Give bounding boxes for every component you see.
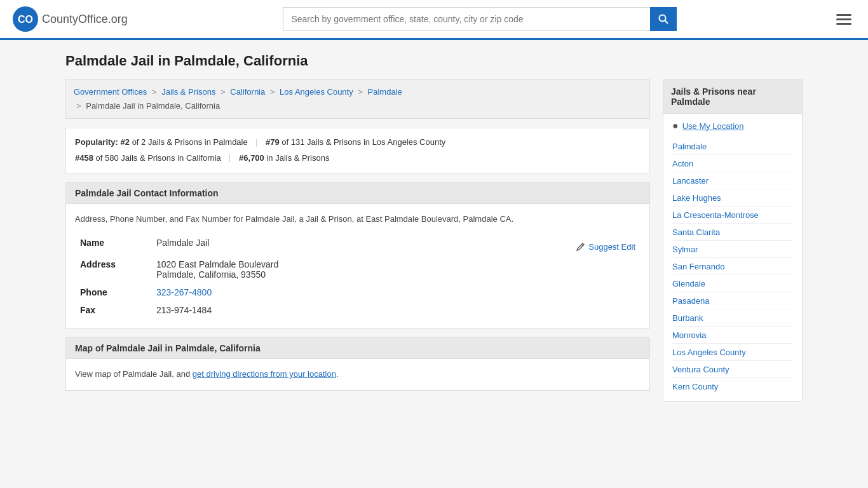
contact-fax-row: Fax 213-974-1484 bbox=[75, 301, 641, 319]
use-my-location-row: ● Use My Location bbox=[672, 120, 793, 132]
list-item: Palmdale bbox=[672, 138, 793, 154]
popularity-rank3: #458 bbox=[75, 153, 93, 163]
popularity-rank1: #2 bbox=[121, 137, 130, 147]
sidebar-header: Jails & Prisons near Palmdale bbox=[663, 79, 803, 114]
sidebar-body: ● Use My Location Palmdale Acton Lancast… bbox=[663, 114, 803, 402]
page-title: Palmdale Jail in Palmdale, California bbox=[65, 53, 803, 69]
search-button[interactable] bbox=[650, 7, 677, 31]
phone-label: Phone bbox=[75, 283, 151, 301]
hamburger-line bbox=[836, 18, 851, 20]
sidebar-link-burbank[interactable]: Burbank bbox=[672, 313, 703, 323]
contact-table: Name Palmdale Jail Suggest Edit bbox=[75, 234, 641, 319]
sidebar-link-palmdale[interactable]: Palmdale bbox=[672, 142, 707, 151]
sidebar-link-ventura-county[interactable]: Ventura County bbox=[672, 365, 729, 374]
address-label: Address bbox=[75, 255, 151, 283]
sidebar-link-los-angeles-county[interactable]: Los Angeles County bbox=[672, 348, 746, 357]
contact-section-header: Palmdale Jail Contact Information bbox=[65, 182, 650, 204]
use-my-location-link[interactable]: Use My Location bbox=[682, 121, 744, 131]
popularity-rank2-text: of 131 Jails & Prisons in Los Angeles Co… bbox=[281, 137, 445, 147]
popularity-rank4: #6,700 bbox=[239, 153, 264, 163]
sidebar-link-kern-county[interactable]: Kern County bbox=[672, 382, 718, 391]
sidebar-link-acton[interactable]: Acton bbox=[672, 159, 693, 168]
popularity-bar: Popularity: #2 of 2 Jails & Prisons in P… bbox=[65, 128, 650, 173]
breadcrumb-link-jails[interactable]: Jails & Prisons bbox=[161, 87, 215, 97]
map-description: View map of Palmdale Jail, and get drivi… bbox=[75, 368, 641, 381]
sidebar-link-lake-hughes[interactable]: Lake Hughes bbox=[672, 193, 721, 203]
svg-line-3 bbox=[665, 21, 668, 24]
suggest-edit-link[interactable]: Suggest Edit bbox=[576, 241, 635, 252]
address-line2: Palmdale, California, 93550 bbox=[156, 269, 635, 280]
sidebar-link-sylmar[interactable]: Sylmar bbox=[672, 245, 698, 254]
contact-description: Address, Phone Number, and Fax Number fo… bbox=[75, 213, 641, 226]
main-wrapper: Palmdale Jail in Palmdale, California Go… bbox=[53, 40, 815, 414]
sidebar-link-monrovia[interactable]: Monrovia bbox=[672, 330, 706, 340]
breadcrumb: Government Offices > Jails & Prisons > C… bbox=[65, 79, 650, 119]
map-section-body: View map of Palmdale Jail, and get drivi… bbox=[65, 359, 650, 391]
search-area bbox=[283, 7, 677, 31]
list-item: La Crescenta-Montrose bbox=[672, 206, 793, 223]
address-value: 1020 East Palmdale Boulevard Palmdale, C… bbox=[151, 255, 641, 283]
map-desc-suffix: . bbox=[336, 369, 339, 379]
popularity-label: Popularity: bbox=[75, 137, 118, 147]
edit-icon bbox=[576, 241, 586, 252]
contact-phone-row: Phone 323-267-4800 bbox=[75, 283, 641, 301]
list-item: Ventura County bbox=[672, 360, 793, 377]
logo-area: CO CountyOffice.org bbox=[13, 6, 128, 32]
hamburger-line bbox=[836, 23, 851, 25]
sidebar-link-glendale[interactable]: Glendale bbox=[672, 279, 705, 288]
breadcrumb-current: Palmdale Jail in Palmdale, California bbox=[86, 101, 220, 111]
list-item: Monrovia bbox=[672, 326, 793, 343]
phone-link[interactable]: 323-267-4800 bbox=[156, 287, 212, 297]
contact-name-row: Name Palmdale Jail Suggest Edit bbox=[75, 234, 641, 255]
popularity-rank2: #79 bbox=[266, 137, 280, 147]
sidebar: Jails & Prisons near Palmdale ● Use My L… bbox=[663, 79, 803, 402]
site-header: CO CountyOffice.org bbox=[0, 0, 868, 40]
sidebar-link-pasadena[interactable]: Pasadena bbox=[672, 296, 710, 306]
location-pin-icon: ● bbox=[672, 120, 679, 132]
fax-label: Fax bbox=[75, 301, 151, 319]
contact-section-body: Address, Phone Number, and Fax Number fo… bbox=[65, 204, 650, 329]
phone-value: 323-267-4800 bbox=[151, 283, 641, 301]
popularity-rank3-text: of 580 Jails & Prisons in California bbox=[96, 153, 221, 163]
breadcrumb-link-california[interactable]: California bbox=[230, 87, 265, 97]
list-item: Sylmar bbox=[672, 240, 793, 257]
search-icon bbox=[658, 14, 668, 24]
name-label: Name bbox=[75, 234, 151, 255]
sidebar-link-santa-clarita[interactable]: Santa Clarita bbox=[672, 227, 720, 237]
sidebar-link-lancaster[interactable]: Lancaster bbox=[672, 176, 709, 186]
svg-line-4 bbox=[581, 245, 583, 246]
sidebar-link-la-crescenta[interactable]: La Crescenta-Montrose bbox=[672, 210, 759, 220]
logo-text: CountyOffice.org bbox=[42, 13, 128, 26]
list-item: Kern County bbox=[672, 377, 793, 395]
driving-directions-link[interactable]: get driving directions from your locatio… bbox=[193, 369, 336, 379]
list-item: Pasadena bbox=[672, 292, 793, 309]
fax-value: 213-974-1484 bbox=[151, 301, 641, 319]
breadcrumb-link-palmdale[interactable]: Palmdale bbox=[368, 87, 402, 97]
breadcrumb-link-gov-offices[interactable]: Government Offices bbox=[74, 87, 147, 97]
list-item: Santa Clarita bbox=[672, 223, 793, 240]
main-content: Government Offices > Jails & Prisons > C… bbox=[65, 79, 650, 400]
popularity-rank4-text: in Jails & Prisons bbox=[266, 153, 329, 163]
hamburger-menu-button[interactable] bbox=[832, 10, 855, 29]
sidebar-link-san-fernando[interactable]: San Fernando bbox=[672, 262, 724, 271]
map-desc-prefix: View map of Palmdale Jail, and bbox=[75, 369, 193, 379]
logo-icon: CO bbox=[13, 6, 38, 32]
popularity-rank1-text: of 2 Jails & Prisons in Palmdale bbox=[132, 137, 248, 147]
address-line1: 1020 East Palmdale Boulevard bbox=[156, 259, 635, 269]
breadcrumb-link-la-county[interactable]: Los Angeles County bbox=[280, 87, 353, 97]
contact-address-row: Address 1020 East Palmdale Boulevard Pal… bbox=[75, 255, 641, 283]
svg-point-2 bbox=[660, 15, 666, 22]
name-value: Palmdale Jail Suggest Edit bbox=[151, 234, 641, 255]
list-item: Lancaster bbox=[672, 172, 793, 189]
sidebar-links-list: Palmdale Acton Lancaster Lake Hughes La … bbox=[672, 138, 793, 395]
content-layout: Government Offices > Jails & Prisons > C… bbox=[65, 79, 803, 402]
svg-text:CO: CO bbox=[18, 14, 33, 25]
list-item: Los Angeles County bbox=[672, 343, 793, 360]
list-item: Acton bbox=[672, 154, 793, 172]
list-item: San Fernando bbox=[672, 257, 793, 274]
list-item: Burbank bbox=[672, 309, 793, 326]
list-item: Lake Hughes bbox=[672, 189, 793, 206]
hamburger-line bbox=[836, 14, 851, 16]
search-input[interactable] bbox=[283, 7, 650, 31]
suggest-edit-label: Suggest Edit bbox=[588, 242, 635, 252]
